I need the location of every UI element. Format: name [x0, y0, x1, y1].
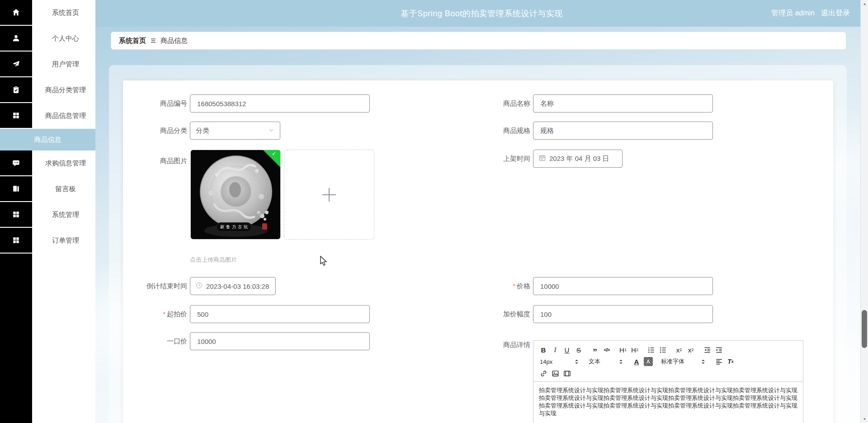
sidebar-item-users[interactable]: 用户管理: [0, 52, 95, 77]
video-button[interactable]: [561, 368, 572, 379]
grid-icon: [0, 202, 32, 228]
breadcrumb-separator-icon: [150, 38, 156, 44]
logout-link[interactable]: 退出登录: [821, 9, 850, 18]
scroll-up-arrow[interactable]: ▲: [861, 0, 868, 8]
superscript-button[interactable]: x2: [685, 344, 696, 355]
clear-format-button[interactable]: Tx: [725, 356, 736, 367]
page-title: 基于Spring Boot的拍卖管理系统设计与实现: [401, 8, 563, 19]
required-asterisk: *: [513, 282, 515, 290]
end-time-value: 2023-04-03 16:03:28: [206, 282, 270, 290]
shelf-time-date-picker[interactable]: 2023 年 04 月 03 日: [533, 150, 623, 168]
blockquote-button[interactable]: ”: [590, 344, 600, 355]
sidebar-item-label: 商品信息: [0, 129, 95, 150]
upload-success-badge: ✓: [263, 150, 281, 168]
sidebar-item-message-board[interactable]: 留言板: [0, 176, 95, 202]
underline-button[interactable]: U: [561, 344, 572, 355]
updown-icon: [700, 359, 706, 365]
main-content: 系统首页 商品信息 商品编号 商品名称 商品分类 分类 商品规格: [95, 27, 868, 423]
grid-icon: [0, 103, 32, 129]
link-button[interactable]: [538, 368, 549, 379]
sidebar-item-label: 系统管理: [32, 202, 95, 228]
image-button[interactable]: [550, 368, 561, 379]
image-upload-button[interactable]: [284, 150, 374, 240]
sidebar-item-label: 用户管理: [32, 52, 95, 77]
editor-content[interactable]: 拍卖管理系统设计与实现拍卖管理系统设计与实现拍卖管理系统设计与实现拍卖管理系统设…: [533, 382, 803, 422]
scroll-down-arrow[interactable]: ▼: [861, 415, 868, 423]
category-select[interactable]: 分类: [190, 122, 280, 140]
spec-input[interactable]: [533, 122, 713, 140]
product-form-card: 商品编号 商品名称 商品分类 分类 商品规格 商品图片: [123, 80, 833, 423]
mouse-cursor: [320, 256, 330, 268]
page-scrollbar[interactable]: ▲ ▼: [860, 0, 868, 423]
updown-icon: [574, 359, 580, 365]
current-user-label: 管理员 admin: [771, 9, 815, 18]
start-price-input[interactable]: [190, 305, 370, 323]
end-time-label: 倒计结束时间: [123, 277, 187, 295]
bookmark-book-icon: [0, 176, 32, 202]
sidebar-item-product-info-active[interactable]: 商品信息: [0, 129, 95, 150]
format-picker[interactable]: 文本: [587, 357, 626, 366]
font-family-value: 标准字体: [661, 357, 684, 366]
end-time-picker[interactable]: 2023-04-03 16:03:28: [190, 277, 276, 295]
product-image-thumbnail[interactable]: ✓ 新鲁力古玩: [190, 150, 281, 240]
price-input[interactable]: [533, 277, 713, 295]
plus-icon: [322, 188, 336, 202]
outdent-button[interactable]: [702, 344, 712, 355]
product-name-input[interactable]: [533, 94, 713, 113]
text-color-button[interactable]: A: [631, 356, 642, 367]
scrollbar-thumb[interactable]: [862, 310, 867, 348]
sidebar-item-purchase-mgmt[interactable]: 求购信息管理: [0, 150, 95, 176]
calendar-icon: [539, 155, 546, 163]
sidebar-item-system-mgmt[interactable]: 系统管理: [0, 202, 95, 228]
format-value: 文本: [589, 357, 600, 366]
image-label: 商品图片: [123, 152, 187, 170]
product-name-label: 商品名称: [410, 94, 530, 113]
upload-hint: 点击上传商品图片: [190, 256, 237, 264]
italic-button[interactable]: I: [550, 344, 561, 355]
breadcrumb-home[interactable]: 系统首页: [119, 37, 146, 45]
image-watermark: 新鲁力古玩: [216, 222, 252, 232]
align-button[interactable]: [713, 356, 724, 367]
sidebar-item-label: 个人中心: [32, 26, 95, 52]
sidebar-item-product-mgmt[interactable]: 商品信息管理: [0, 103, 95, 129]
sidebar-item-label: 订单管理: [32, 228, 95, 254]
chat-icon: [0, 150, 32, 176]
font-family-picker[interactable]: 标准字体: [659, 357, 708, 366]
font-size-picker[interactable]: 14px: [538, 358, 581, 365]
buyout-price-input[interactable]: [190, 332, 370, 350]
sidebar: 系统首页 个人中心 用户管理 商品分类管理 商品信息管理: [0, 0, 95, 423]
header1-button[interactable]: H1: [618, 344, 628, 355]
increment-input[interactable]: [533, 305, 713, 323]
send-icon: [0, 52, 32, 77]
app-window: 系统首页 个人中心 用户管理 商品分类管理 商品信息管理: [0, 0, 868, 423]
breadcrumb: 系统首页 商品信息: [111, 32, 846, 50]
sidebar-item-home[interactable]: 系统首页: [0, 0, 95, 26]
bold-button[interactable]: B: [538, 344, 549, 355]
sidebar-item-label: 商品分类管理: [32, 77, 95, 103]
app-header: 基于Spring Boot的拍卖管理系统设计与实现 管理员 admin 退出登录: [95, 0, 868, 27]
sidebar-item-label: 求购信息管理: [32, 150, 95, 176]
detail-label: 商品详情: [410, 340, 530, 349]
product-no-label: 商品编号: [123, 94, 187, 113]
clipboard-check-icon: [0, 77, 32, 103]
rich-text-editor: B I U S ” </> H1 H2: [533, 340, 803, 423]
font-size-value: 14px: [540, 358, 552, 365]
start-price-label: *起拍价: [123, 305, 187, 323]
header2-button[interactable]: H2: [629, 344, 640, 355]
code-block-button[interactable]: </>: [601, 344, 612, 355]
sidebar-item-profile[interactable]: 个人中心: [0, 26, 95, 52]
shelf-time-value: 2023 年 04 月 03 日: [549, 155, 617, 163]
updown-icon: [618, 359, 624, 365]
home-icon: [0, 0, 32, 26]
sidebar-item-label: 留言板: [32, 176, 95, 202]
buyout-price-label: 一口价: [123, 332, 187, 350]
ordered-list-button[interactable]: [646, 344, 656, 355]
subscript-button[interactable]: x2: [674, 344, 684, 355]
indent-button[interactable]: [713, 344, 724, 355]
bullet-list-button[interactable]: [657, 344, 668, 355]
background-color-button[interactable]: A: [643, 356, 654, 367]
product-no-input[interactable]: [190, 94, 370, 113]
strikethrough-button[interactable]: S: [573, 344, 584, 355]
sidebar-item-order-mgmt[interactable]: 订单管理: [0, 228, 95, 254]
sidebar-item-category-mgmt[interactable]: 商品分类管理: [0, 77, 95, 103]
